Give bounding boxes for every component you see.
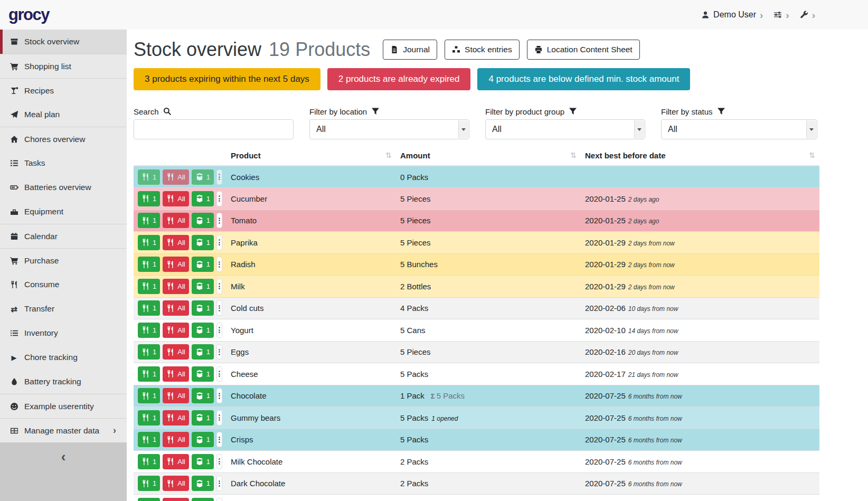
consume-one-button[interactable]: 1 bbox=[138, 300, 160, 316]
consume-one-button[interactable]: 1 bbox=[138, 432, 160, 447]
sidebar-item-manage-master-data[interactable]: Manage master data› bbox=[0, 418, 127, 442]
admin-menu[interactable]: › bbox=[800, 10, 815, 20]
open-one-button[interactable]: 1 bbox=[192, 432, 214, 447]
product-group-select[interactable]: All bbox=[485, 119, 645, 139]
sidebar-item-tasks[interactable]: Tasks bbox=[0, 151, 127, 175]
consume-one-button[interactable]: 1 bbox=[138, 279, 160, 294]
row-menu-button[interactable] bbox=[216, 498, 222, 501]
open-one-button[interactable]: 1 bbox=[192, 257, 214, 272]
consume-all-button[interactable]: All bbox=[163, 279, 188, 294]
sidebar-item-equipment[interactable]: Equipment bbox=[0, 200, 127, 224]
open-one-button[interactable]: 1 bbox=[192, 344, 214, 360]
sidebar-item-batteries-overview[interactable]: Batteries overview bbox=[0, 175, 127, 200]
sidebar-item-chores-overview[interactable]: Chores overview bbox=[0, 127, 127, 151]
open-one-button[interactable]: 1 bbox=[192, 213, 214, 228]
user-menu[interactable]: Demo User › bbox=[701, 10, 763, 20]
row-menu-button[interactable] bbox=[216, 432, 222, 447]
sidebar-item-battery-tracking[interactable]: Battery tracking bbox=[0, 370, 127, 394]
sidebar-item-calendar[interactable]: Calendar bbox=[0, 224, 127, 248]
open-one-button[interactable]: 1 bbox=[192, 323, 214, 338]
open-one-button[interactable]: 1 bbox=[192, 191, 214, 206]
row-menu-button[interactable] bbox=[216, 410, 222, 426]
consume-all-button[interactable]: All bbox=[163, 169, 188, 185]
sidebar-item-stock-overview[interactable]: Stock overview bbox=[0, 30, 127, 54]
consume-one-button[interactable]: 1 bbox=[138, 191, 160, 206]
open-one-button[interactable]: 1 bbox=[192, 388, 214, 403]
consume-all-button[interactable]: All bbox=[163, 388, 188, 403]
consume-one-button[interactable]: 1 bbox=[138, 235, 160, 250]
app-logo[interactable]: grocy bbox=[8, 5, 49, 24]
row-menu-button[interactable] bbox=[216, 344, 222, 360]
consume-all-button[interactable]: All bbox=[163, 344, 188, 360]
sidebar-item-chore-tracking[interactable]: ▶Chore tracking bbox=[0, 345, 127, 370]
alert-banner-2[interactable]: 2 products are already expired bbox=[327, 68, 471, 90]
row-menu-button[interactable] bbox=[216, 300, 222, 316]
consume-one-button[interactable]: 1 bbox=[138, 257, 160, 272]
consume-all-button[interactable]: All bbox=[163, 300, 188, 316]
sidebar-collapse-button[interactable]: ‹ bbox=[0, 442, 127, 501]
consume-all-button[interactable]: All bbox=[163, 191, 188, 206]
utensils-icon bbox=[166, 436, 175, 444]
consume-one-button[interactable]: 1 bbox=[138, 498, 160, 501]
stock-entries-button[interactable]: Stock entries bbox=[445, 40, 520, 60]
row-menu-button[interactable] bbox=[216, 476, 222, 491]
open-one-button[interactable]: 1 bbox=[192, 235, 214, 250]
column-next-best-before-date[interactable]: Next best before date⇅ bbox=[581, 145, 819, 166]
location-content-sheet-button[interactable]: Location Content Sheet bbox=[527, 40, 640, 60]
open-one-button[interactable]: 1 bbox=[192, 410, 214, 426]
open-one-button[interactable]: 1 bbox=[192, 169, 214, 185]
row-menu-button[interactable] bbox=[216, 169, 222, 185]
alert-banner-3[interactable]: 4 products are below defined min. stock … bbox=[477, 68, 690, 90]
open-one-button[interactable]: 1 bbox=[192, 476, 214, 491]
consume-all-button[interactable]: All bbox=[163, 410, 188, 426]
consume-all-button[interactable]: All bbox=[163, 257, 188, 272]
row-menu-button[interactable] bbox=[216, 366, 222, 382]
consume-all-button[interactable]: All bbox=[163, 432, 188, 447]
status-select[interactable]: All bbox=[661, 119, 817, 139]
consume-all-button[interactable]: All bbox=[163, 498, 188, 501]
sidebar-item-example-userentity[interactable]: Example userentity bbox=[0, 394, 127, 418]
open-one-button[interactable]: 1 bbox=[192, 300, 214, 316]
consume-one-button[interactable]: 1 bbox=[138, 323, 160, 338]
row-menu-button[interactable] bbox=[216, 213, 222, 228]
row-menu-button[interactable] bbox=[216, 454, 222, 469]
sidebar-item-recipes[interactable]: Recipes bbox=[0, 78, 127, 102]
row-menu-button[interactable] bbox=[216, 279, 222, 294]
consume-one-button[interactable]: 1 bbox=[138, 476, 160, 491]
consume-one-button[interactable]: 1 bbox=[138, 410, 160, 426]
consume-all-button[interactable]: All bbox=[163, 454, 188, 469]
consume-all-button[interactable]: All bbox=[163, 476, 188, 491]
sidebar-item-meal-plan[interactable]: Meal plan bbox=[0, 102, 127, 127]
row-menu-button[interactable] bbox=[216, 388, 222, 403]
sidebar-item-purchase[interactable]: Purchase bbox=[0, 248, 127, 272]
open-one-button[interactable]: 1 bbox=[192, 454, 214, 469]
location-select[interactable]: All bbox=[309, 119, 469, 139]
consume-all-button[interactable]: All bbox=[163, 213, 188, 228]
row-menu-button[interactable] bbox=[216, 235, 222, 250]
settings-menu[interactable]: › bbox=[773, 10, 789, 20]
open-one-button[interactable]: 1 bbox=[192, 498, 214, 501]
sidebar-item-shopping-list[interactable]: Shopping list bbox=[0, 54, 127, 78]
consume-one-button[interactable]: 1 bbox=[138, 454, 160, 469]
sidebar-item-consume[interactable]: Consume bbox=[0, 272, 127, 297]
consume-all-button[interactable]: All bbox=[163, 235, 188, 250]
consume-one-button[interactable]: 1 bbox=[138, 388, 160, 403]
consume-one-button[interactable]: 1 bbox=[138, 366, 160, 382]
open-one-button[interactable]: 1 bbox=[192, 366, 214, 382]
row-menu-button[interactable] bbox=[216, 257, 222, 272]
alert-banner-1[interactable]: 3 products expiring within the next 5 da… bbox=[134, 68, 320, 90]
search-input[interactable] bbox=[134, 119, 294, 139]
column-product[interactable]: Product⇅ bbox=[227, 145, 396, 166]
journal-button[interactable]: Journal bbox=[383, 40, 437, 60]
open-one-button[interactable]: 1 bbox=[192, 279, 214, 294]
row-menu-button[interactable] bbox=[216, 323, 222, 338]
column-amount[interactable]: Amount⇅ bbox=[396, 145, 581, 166]
sidebar-item-transfer[interactable]: ⇄Transfer bbox=[0, 297, 127, 321]
consume-one-button[interactable]: 1 bbox=[138, 213, 160, 228]
sidebar-item-inventory[interactable]: Inventory bbox=[0, 321, 127, 345]
consume-one-button[interactable]: 1 bbox=[138, 169, 160, 185]
consume-all-button[interactable]: All bbox=[163, 323, 188, 338]
consume-one-button[interactable]: 1 bbox=[138, 344, 160, 360]
consume-all-button[interactable]: All bbox=[163, 366, 188, 382]
row-menu-button[interactable] bbox=[216, 191, 222, 206]
